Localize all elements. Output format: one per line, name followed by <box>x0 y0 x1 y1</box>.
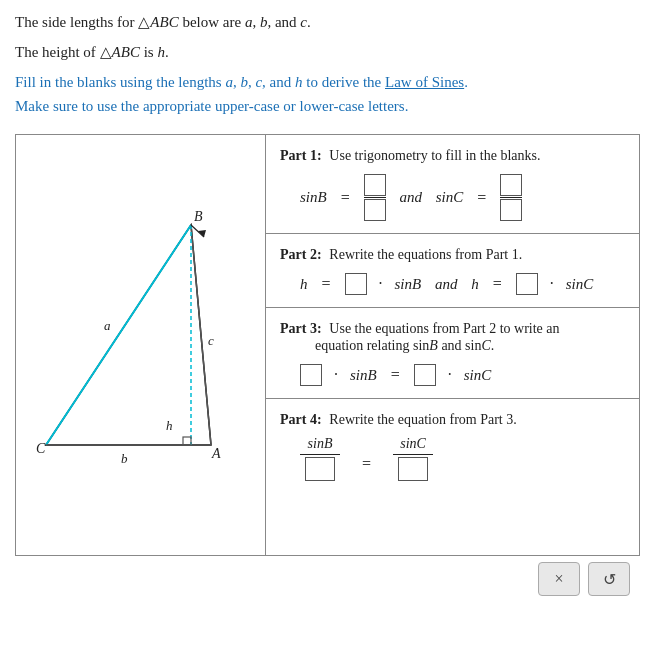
part2-section: Part 2: Rewrite the equations from Part … <box>266 234 639 308</box>
sinC-label: sinC <box>436 189 464 206</box>
equals5: = <box>391 366 400 384</box>
part4-math: sinB = sinC <box>280 436 625 481</box>
svg-line-1 <box>46 225 191 445</box>
h-eq2-input[interactable] <box>516 273 538 295</box>
h-label1: h <box>300 276 308 293</box>
part3-right-input[interactable] <box>414 364 436 386</box>
and-text2: and <box>431 276 461 293</box>
sinC-label2: sinC <box>566 276 594 293</box>
sinC-top: sinC <box>400 436 426 452</box>
equals4: = <box>493 275 502 293</box>
sinB-label: sinB <box>300 189 327 206</box>
and-text: and <box>396 189 426 206</box>
triangle-diagram: B C A a c b h <box>36 195 246 495</box>
part3-label: Part 3: <box>280 321 322 336</box>
sinB-top: sinB <box>308 436 333 452</box>
equals2: = <box>477 189 486 207</box>
triangle-panel: B C A a c b h <box>16 135 266 555</box>
sinC-numerator-input[interactable] <box>500 174 522 196</box>
part2-math: h = · sinB and h = · sinC <box>280 273 625 295</box>
reset-button[interactable]: ↺ <box>588 562 630 596</box>
part3-desc: Use the equations from Part 2 to write a… <box>280 321 560 353</box>
intro-line1: The side lengths for △ABC below are a, b… <box>15 10 640 34</box>
bottom-bar: × ↺ <box>15 556 640 602</box>
close-button[interactable]: × <box>538 562 580 596</box>
equals6: = <box>362 455 371 473</box>
parts-panel: Part 1: Use trigonometry to fill in the … <box>266 135 639 555</box>
part4-left-frac: sinB <box>300 436 340 481</box>
sinC-fraction <box>500 174 522 221</box>
equals1: = <box>341 189 350 207</box>
svg-text:c: c <box>208 333 214 348</box>
part1-desc: Use trigonometry to fill in the blanks. <box>329 148 540 163</box>
part1-label: Part 1: <box>280 148 322 163</box>
part4-section: Part 4: Rewrite the equation from Part 3… <box>266 399 639 493</box>
main-content-box: B C A a c b h Part 1: Use trigonometry t… <box>15 134 640 556</box>
svg-text:C: C <box>36 441 46 456</box>
svg-text:a: a <box>104 318 111 333</box>
h-eq1-input[interactable] <box>345 273 367 295</box>
svg-text:B: B <box>194 209 203 224</box>
svg-rect-5 <box>183 437 191 445</box>
sinB-fraction <box>364 174 386 221</box>
part3-section: Part 3: Use the equations from Part 2 to… <box>266 308 639 399</box>
part2-desc: Rewrite the equations from Part 1. <box>329 247 522 262</box>
part4-label: Part 4: <box>280 412 322 427</box>
part3-left-input[interactable] <box>300 364 322 386</box>
svg-text:h: h <box>166 418 173 433</box>
sinB-numerator-input[interactable] <box>364 174 386 196</box>
part1-section: Part 1: Use trigonometry to fill in the … <box>266 135 639 234</box>
svg-text:b: b <box>121 451 128 466</box>
fill-instruction: Fill in the blanks using the lengths a, … <box>15 70 640 118</box>
dot1: · <box>379 275 383 293</box>
sinB-denominator-input[interactable] <box>364 199 386 221</box>
part4-right-frac: sinC <box>393 436 433 481</box>
sinC-denominator-input[interactable] <box>500 199 522 221</box>
part3-math: · sinB = · sinC <box>280 364 625 386</box>
part4-left-input[interactable] <box>305 457 335 481</box>
sinB-label3: sinB <box>350 367 377 384</box>
sinB-label2: sinB <box>395 276 422 293</box>
part4-desc: Rewrite the equation from Part 3. <box>329 412 516 427</box>
dot3: · <box>334 366 338 384</box>
dot2: · <box>550 275 554 293</box>
part1-math: sinB = and sinC = <box>280 174 625 221</box>
svg-marker-0 <box>46 225 211 445</box>
equals3: = <box>322 275 331 293</box>
part2-label: Part 2: <box>280 247 322 262</box>
intro-line2: The height of △ABC is h. <box>15 40 640 64</box>
sinC-label3: sinC <box>464 367 492 384</box>
part4-right-input[interactable] <box>398 457 428 481</box>
dot4: · <box>448 366 452 384</box>
svg-text:A: A <box>211 446 221 461</box>
law-of-sines-link[interactable]: Law of Sines <box>385 74 464 90</box>
h-label2: h <box>471 276 479 293</box>
